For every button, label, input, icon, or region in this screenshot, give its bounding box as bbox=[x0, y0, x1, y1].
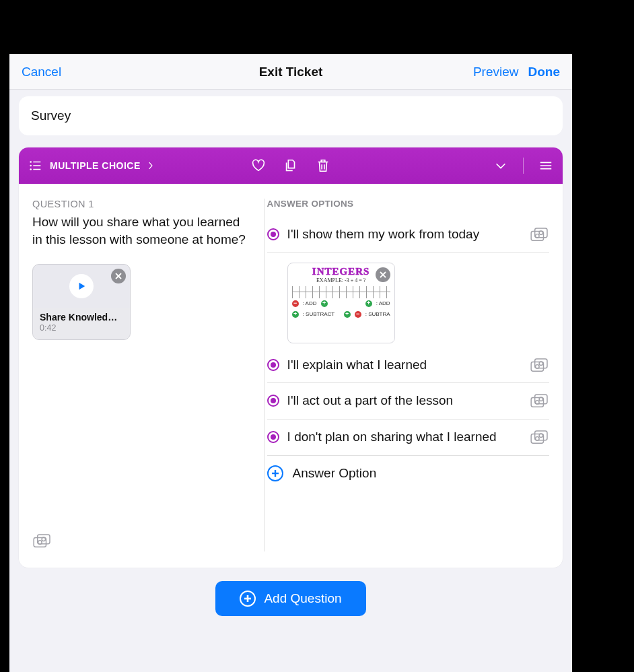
attachment-name: Share Knowled… bbox=[40, 312, 123, 323]
svg-rect-26 bbox=[535, 359, 547, 368]
svg-rect-30 bbox=[535, 395, 547, 404]
svg-rect-20 bbox=[535, 228, 547, 238]
question-text[interactable]: How will you share what you learned in t… bbox=[32, 213, 250, 248]
answer-text[interactable]: I'll explain what I learned bbox=[287, 357, 522, 374]
answer-option[interactable]: I'll act out a part of the lesson bbox=[267, 383, 549, 419]
add-answer-media-button[interactable] bbox=[530, 430, 549, 445]
answer-text[interactable]: I'll act out a part of the lesson bbox=[287, 393, 522, 409]
svg-point-0 bbox=[30, 161, 32, 163]
radio-icon bbox=[267, 359, 279, 371]
audio-attachment[interactable]: Share Knowled… 0:42 bbox=[32, 264, 131, 340]
svg-point-4 bbox=[30, 168, 32, 170]
radio-icon bbox=[267, 431, 279, 443]
question-column: QUESTION 1 How will you share what you l… bbox=[19, 199, 264, 551]
svg-rect-28 bbox=[531, 398, 543, 407]
attachment-duration: 0:42 bbox=[40, 323, 123, 333]
svg-rect-14 bbox=[34, 538, 46, 547]
play-icon[interactable] bbox=[69, 274, 94, 298]
remove-image-button[interactable] bbox=[376, 267, 390, 282]
add-answer-media-button[interactable] bbox=[530, 358, 549, 373]
svg-marker-13 bbox=[79, 283, 85, 290]
add-answer-label: Answer Option bbox=[293, 466, 377, 481]
list-icon bbox=[28, 158, 43, 173]
plus-icon bbox=[240, 591, 256, 607]
answer-image-attachment[interactable]: INTEGERS EXAMPLE: -3 + 4 = ? −: ADD++: A… bbox=[287, 263, 395, 343]
survey-name-field[interactable]: Survey bbox=[19, 96, 563, 135]
chevron-right-icon bbox=[147, 158, 155, 173]
question-card: MULTIPLE CHOICE bbox=[19, 147, 563, 568]
add-answer-option-button[interactable]: Answer Option bbox=[267, 456, 549, 481]
answer-option[interactable]: I'll explain what I learned bbox=[267, 347, 549, 384]
trash-icon[interactable] bbox=[316, 158, 330, 173]
remove-attachment-button[interactable] bbox=[111, 269, 126, 283]
add-question-button[interactable]: Add Question bbox=[215, 581, 365, 616]
question-type-button[interactable]: MULTIPLE CHOICE bbox=[28, 158, 155, 173]
answer-option[interactable]: I'll show them my work from today bbox=[267, 217, 549, 253]
answers-header: ANSWER OPTIONS bbox=[267, 199, 549, 209]
radio-icon bbox=[267, 228, 279, 240]
question-card-header: MULTIPLE CHOICE bbox=[19, 147, 563, 184]
duplicate-icon[interactable] bbox=[283, 158, 298, 173]
divider bbox=[523, 158, 524, 174]
cancel-button[interactable]: Cancel bbox=[22, 65, 61, 79]
question-toolbar bbox=[251, 158, 330, 173]
done-button[interactable]: Done bbox=[528, 65, 561, 79]
plus-icon bbox=[267, 465, 283, 481]
nav-bar: Cancel Exit Ticket Preview Done bbox=[9, 55, 572, 90]
chevron-down-icon[interactable] bbox=[493, 158, 508, 173]
add-question-media-button[interactable] bbox=[32, 534, 52, 551]
favorite-icon[interactable] bbox=[251, 158, 266, 173]
svg-rect-32 bbox=[531, 434, 543, 444]
drag-handle-icon[interactable] bbox=[538, 158, 553, 173]
app-frame: Cancel Exit Ticket Preview Done Survey M… bbox=[9, 54, 572, 672]
preview-button[interactable]: Preview bbox=[473, 65, 519, 79]
svg-rect-24 bbox=[531, 362, 543, 371]
question-number-label: QUESTION 1 bbox=[32, 199, 250, 209]
svg-rect-16 bbox=[38, 535, 50, 544]
radio-icon bbox=[267, 395, 279, 407]
svg-rect-34 bbox=[535, 431, 547, 440]
answer-text[interactable]: I'll show them my work from today bbox=[287, 226, 522, 243]
answers-column: ANSWER OPTIONS I'll show them my work fr… bbox=[264, 199, 563, 551]
question-type-label: MULTIPLE CHOICE bbox=[50, 160, 141, 171]
svg-rect-18 bbox=[531, 232, 543, 241]
answer-text[interactable]: I don't plan on sharing what I learned bbox=[287, 429, 522, 446]
add-answer-media-button[interactable] bbox=[530, 394, 549, 409]
answer-option[interactable]: I don't plan on sharing what I learned bbox=[267, 419, 549, 456]
add-question-label: Add Question bbox=[264, 591, 341, 606]
svg-point-2 bbox=[30, 165, 32, 167]
add-answer-media-button[interactable] bbox=[530, 228, 549, 242]
